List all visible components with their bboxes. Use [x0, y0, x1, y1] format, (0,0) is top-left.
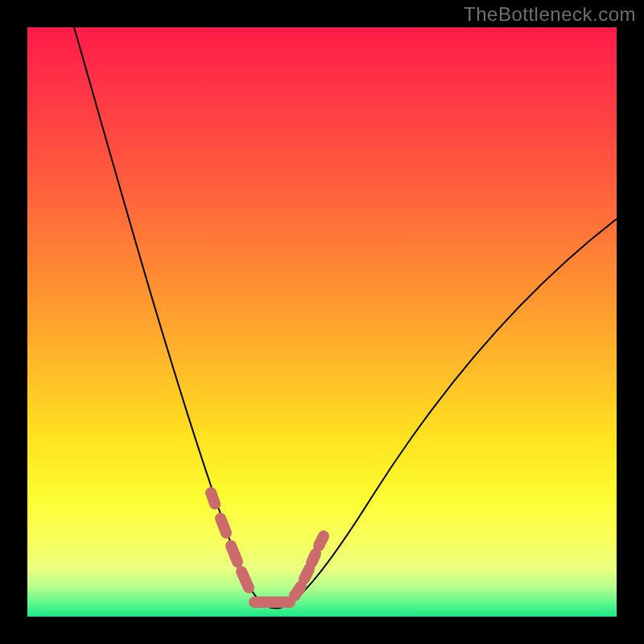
highlight-dot-l4	[242, 572, 249, 588]
chart-frame: TheBottleneck.com	[0, 0, 644, 644]
highlight-dot-r4	[319, 536, 324, 546]
highlight-dot-r3	[312, 554, 316, 563]
highlight-dot-l3	[231, 546, 237, 562]
bottleneck-curve	[74, 27, 617, 608]
highlight-dot-r2	[304, 569, 309, 579]
plot-area	[27, 27, 617, 617]
watermark-text: TheBottleneck.com	[464, 3, 636, 26]
highlight-dot-l2	[221, 518, 226, 533]
highlight-dot-r1	[295, 586, 301, 596]
curve-layer	[27, 27, 617, 617]
highlight-dot-l1	[211, 493, 215, 504]
